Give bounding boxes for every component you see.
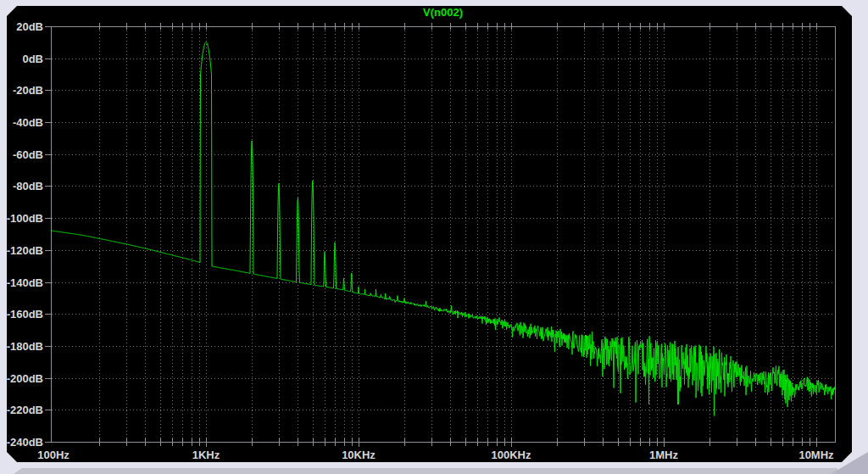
svg-text:10MHz: 10MHz <box>798 449 834 461</box>
svg-text:-220dB: -220dB <box>7 404 43 416</box>
svg-text:-140dB: -140dB <box>7 276 43 289</box>
svg-text:-20dB: -20dB <box>13 84 43 97</box>
axis-labels: 20dB0dB-20dB-40dB-60dB-80dB-100dB-120dB-… <box>7 20 834 462</box>
svg-text:-160dB: -160dB <box>7 308 43 321</box>
svg-text:100KHz: 100KHz <box>492 449 531 461</box>
svg-text:-180dB: -180dB <box>7 340 43 353</box>
svg-text:10KHz: 10KHz <box>342 449 376 461</box>
svg-text:-200dB: -200dB <box>7 372 43 385</box>
svg-text:-240dB: -240dB <box>7 436 43 449</box>
svg-text:100Hz: 100Hz <box>37 449 70 461</box>
svg-text:1KHz: 1KHz <box>192 449 220 461</box>
svg-text:-120dB: -120dB <box>7 244 43 257</box>
svg-text:-100dB: -100dB <box>7 212 43 225</box>
svg-text:20dB: 20dB <box>16 20 43 33</box>
svg-text:-80dB: -80dB <box>13 180 43 192</box>
plot-window: 20dB0dB-20dB-40dB-60dB-80dB-100dB-120dB-… <box>0 0 868 474</box>
trace-title[interactable]: V(n002) <box>51 6 835 20</box>
plot-box-border <box>52 27 836 443</box>
svg-text:0dB: 0dB <box>22 53 43 65</box>
svg-text:1MHz: 1MHz <box>649 449 678 461</box>
svg-text:-40dB: -40dB <box>13 116 43 129</box>
plot-canvas[interactable]: 20dB0dB-20dB-40dB-60dB-80dB-100dB-120dB-… <box>0 0 868 474</box>
fft-trace <box>51 42 835 416</box>
svg-text:-60dB: -60dB <box>13 148 43 161</box>
